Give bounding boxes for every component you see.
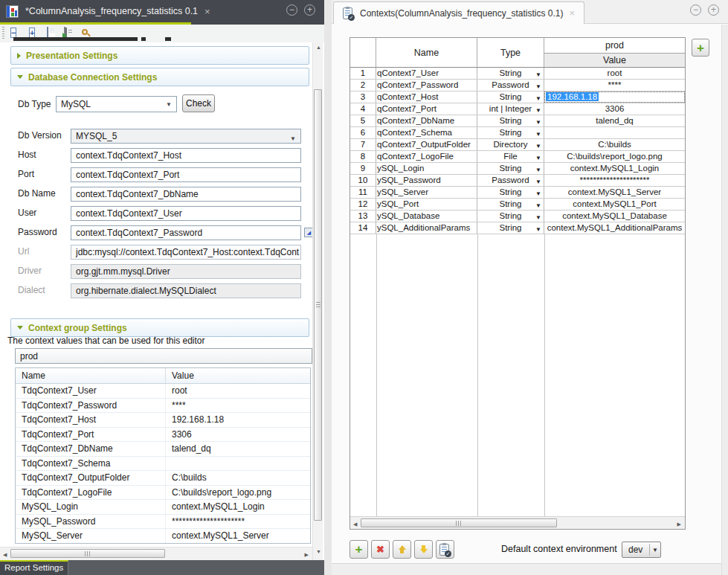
context-type-cell[interactable]: String ▼ <box>477 163 544 174</box>
close-icon[interactable]: × <box>204 7 210 16</box>
context-type-cell[interactable]: String ▼ <box>477 222 544 234</box>
scrollbar-thumb[interactable] <box>10 549 165 558</box>
field-input[interactable]: context.TdqContext7_Port ▼ <box>71 167 301 182</box>
chevron-down-icon[interactable]: ▼ <box>535 225 541 234</box>
maximize-icon[interactable]: + <box>304 4 315 16</box>
section-database-connection-settings[interactable]: Database Connection Settings <box>10 68 309 86</box>
vertical-scrollbar[interactable]: ▲ ▼ <box>312 42 323 560</box>
context-type-cell[interactable]: File ▼ <box>477 151 544 162</box>
context-value-cell[interactable]: 192.168.1.18 <box>544 91 685 103</box>
chevron-down-icon[interactable]: ▼ <box>535 213 541 222</box>
context-name-cell[interactable]: ySQL_Database <box>376 211 477 222</box>
db-type-combo[interactable]: MySQL ▼ <box>56 96 177 112</box>
context-value-cell[interactable]: talend_dq <box>544 115 685 126</box>
chevron-down-icon[interactable]: ▼ <box>535 94 541 103</box>
chevron-down-icon[interactable]: ▼ <box>535 118 541 126</box>
context-name-cell[interactable]: qContext7_User <box>376 68 477 79</box>
chevron-down-icon[interactable]: ▼ <box>535 141 541 150</box>
context-type-cell[interactable]: int | Integer ▼ <box>477 103 544 115</box>
context-value-cell[interactable]: **** <box>544 80 685 91</box>
context-value-cell[interactable]: C:\builds\report_logo.png <box>544 151 685 162</box>
move-down-button[interactable] <box>414 540 433 559</box>
context-value-cell[interactable]: context.MySQL1_Login <box>544 163 685 174</box>
remove-button[interactable]: ✖ <box>371 540 390 559</box>
context-name-cell[interactable]: ySQL_Login <box>376 163 477 174</box>
context-value-cell[interactable]: context.MySQL1_Database <box>544 211 685 222</box>
context-value-cell[interactable]: ********************* <box>544 175 685 186</box>
panel-splitter[interactable] <box>324 0 332 575</box>
context-value-cell[interactable] <box>544 127 685 138</box>
field-input[interactable]: context.TdqContext7_User ▼ <box>71 206 301 221</box>
field-input[interactable]: context.TdqContext7_Password ▼ <box>71 225 301 240</box>
context-name-cell[interactable]: qContext7_Port <box>376 103 477 115</box>
chevron-down-icon[interactable]: ▼ <box>535 129 541 138</box>
context-name-cell[interactable]: ySQL_AdditionalParams <box>376 222 477 234</box>
context-name-cell[interactable]: qContext7_Password <box>376 80 477 91</box>
context-type-cell[interactable]: Password ▼ <box>477 175 544 186</box>
context-value-cell[interactable]: 3306 <box>544 103 685 115</box>
scroll-right-icon[interactable]: ▶ <box>305 552 309 557</box>
tab-contexts[interactable]: ✓ Contexts(ColumnAnalysis_frequency_stat… <box>333 1 584 24</box>
horizontal-scrollbar[interactable]: ◀ ▶ <box>0 547 312 560</box>
chevron-down-icon[interactable]: ▼ <box>535 201 541 210</box>
context-type-cell[interactable]: Password ▼ <box>477 80 544 91</box>
maximize-icon[interactable]: + <box>708 4 719 16</box>
context-name-cell[interactable]: ySQL_Password <box>376 175 477 186</box>
context-name-cell[interactable]: qContext7_Host <box>376 91 477 103</box>
context-name-cell[interactable]: qContext7_Schema <box>376 127 477 138</box>
context-value-cell[interactable]: context.MySQL1_Port <box>544 199 685 210</box>
context-type-cell[interactable]: String ▼ <box>477 127 544 138</box>
context-name-cell[interactable]: qContext7_OutputFolder <box>376 139 477 150</box>
context-type-cell[interactable]: String ▼ <box>477 91 544 103</box>
scroll-up-icon[interactable]: ▲ <box>316 45 321 50</box>
field-input[interactable]: context.TdqContext7_DbName ▼ <box>71 187 301 202</box>
chevron-down-icon[interactable]: ▼ <box>535 165 541 174</box>
field-input[interactable]: context.TdqContext7_Host ▼ <box>71 148 301 163</box>
chevron-down-icon[interactable]: ▼ <box>535 70 541 79</box>
check-button[interactable]: Check <box>182 94 215 112</box>
section-context-group-settings[interactable]: Context group Settings <box>10 318 309 337</box>
chevron-down-icon[interactable]: ▼ <box>535 153 541 162</box>
scrollbar-thumb[interactable] <box>314 89 322 521</box>
minimize-icon[interactable]: − <box>690 4 701 16</box>
close-icon[interactable]: × <box>569 8 575 18</box>
context-type-cell[interactable]: String ▼ <box>477 211 544 222</box>
context-name-cell[interactable]: ySQL_Server <box>376 187 477 198</box>
scrollbar-thumb[interactable] <box>361 518 557 527</box>
chevron-down-icon[interactable]: ▼ <box>535 177 541 186</box>
add-button[interactable]: + <box>349 540 368 559</box>
default-environment-dropdown[interactable]: dev ▼ <box>622 542 661 558</box>
scroll-right-icon[interactable]: ▶ <box>677 521 681 527</box>
context-environment-combo[interactable]: prod <box>15 348 312 364</box>
chevron-down-icon[interactable]: ▼ <box>535 82 541 91</box>
context-name-cell[interactable]: qContext7_LogoFile <box>376 151 477 162</box>
context-value-cell[interactable]: context.MySQL1_Server <box>544 187 685 198</box>
field-input[interactable]: jdbc:mysql://context.TdqContext7_Host:co… <box>71 245 301 260</box>
move-up-button[interactable] <box>393 540 411 559</box>
context-type-cell[interactable]: Directory ▼ <box>477 139 544 150</box>
table-horizontal-scrollbar[interactable]: ◀ ▶ <box>350 516 685 529</box>
tab-report-settings[interactable]: Report Settings <box>0 560 68 575</box>
add-context-variable-button[interactable]: + <box>692 39 709 57</box>
toolbar-drag-handle[interactable] <box>2 27 4 40</box>
chevron-down-icon[interactable]: ▼ <box>535 189 541 198</box>
manage-contexts-button[interactable]: ✓ <box>436 540 454 559</box>
context-type-cell[interactable]: String ▼ <box>477 187 544 198</box>
context-name-cell[interactable]: ySQL_Port <box>376 199 477 210</box>
section-presentation-settings[interactable]: Presentation Settings <box>10 46 309 65</box>
context-value-cell[interactable]: context.MySQL1_AdditionalParams <box>544 222 685 234</box>
chevron-down-icon[interactable]: ▼ <box>535 106 541 115</box>
field-input[interactable]: MYSQL_5 ▼ <box>71 129 301 144</box>
context-value-cell[interactable]: root <box>544 68 685 79</box>
context-name-cell[interactable]: qContext7_DbName <box>376 115 477 126</box>
scroll-down-icon[interactable]: ▼ <box>316 549 321 554</box>
scroll-left-icon[interactable]: ◀ <box>353 521 357 527</box>
context-value-cell[interactable]: C:\builds <box>544 139 685 150</box>
context-type-cell[interactable]: String ▼ <box>477 199 544 210</box>
minimize-icon[interactable]: − <box>286 4 297 16</box>
field-input[interactable]: org.hibernate.dialect.MySQLDialect ▼ <box>71 283 301 298</box>
context-type-cell[interactable]: String ▼ <box>477 115 544 126</box>
scroll-left-icon[interactable]: ◀ <box>3 552 7 557</box>
tab-column-analysis[interactable]: *ColumnAnalysis_frequency_statistics 0.1… <box>0 0 210 22</box>
field-input[interactable]: org.gjt.mm.mysql.Driver ▼ <box>71 264 301 279</box>
